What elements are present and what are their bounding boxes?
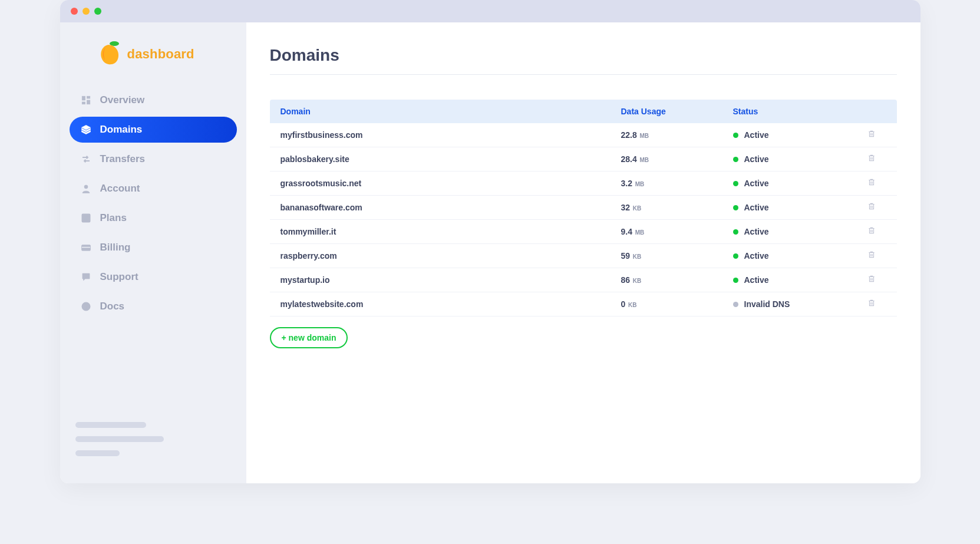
svg-point-13 bbox=[85, 308, 86, 309]
status-text: Active bbox=[744, 130, 769, 140]
edit-icon bbox=[80, 212, 92, 224]
trash-icon[interactable] bbox=[867, 298, 876, 310]
delete-cell bbox=[857, 153, 886, 165]
table-row[interactable]: pablosbakery.site28.4 MBActive bbox=[270, 147, 897, 172]
sidebar-item-account[interactable]: Account bbox=[70, 176, 237, 202]
status-dot-icon bbox=[733, 133, 738, 138]
table-row[interactable]: myfirstbusiness.com22.8 MBActive bbox=[270, 123, 897, 147]
delete-cell bbox=[857, 129, 886, 141]
user-icon bbox=[80, 183, 92, 194]
data-usage: 22.8 MB bbox=[621, 130, 733, 140]
trash-icon[interactable] bbox=[867, 177, 876, 189]
trash-icon[interactable] bbox=[867, 250, 876, 262]
main-content: Domains Domain Data Usage Status myfirst… bbox=[246, 22, 920, 483]
sidebar-item-transfers[interactable]: Transfers bbox=[70, 146, 237, 172]
data-usage: 9.4 MB bbox=[621, 227, 733, 236]
divider bbox=[270, 74, 897, 75]
column-header-status: Status bbox=[733, 107, 857, 116]
trash-icon[interactable] bbox=[867, 226, 876, 238]
page-title: Domains bbox=[270, 46, 897, 65]
status-dot-icon bbox=[733, 229, 738, 235]
status-dot-icon bbox=[733, 253, 738, 259]
sidebar-item-label: Overview bbox=[100, 94, 145, 106]
sidebar-nav: Overview Domains Transfers bbox=[70, 87, 237, 323]
sidebar-item-support[interactable]: Support bbox=[70, 264, 237, 290]
table-row[interactable]: mystartup.io86 KBActive bbox=[270, 268, 897, 292]
usage-unit: KB bbox=[631, 278, 641, 284]
help-icon bbox=[80, 301, 92, 312]
table-row[interactable]: bananasoftware.com32 KBActive bbox=[270, 196, 897, 220]
data-usage: 59 KB bbox=[621, 251, 733, 261]
table-row[interactable]: mylatestwebsite.com0 KBInvalid DNS bbox=[270, 292, 897, 316]
usage-value: 86 bbox=[621, 275, 631, 285]
table-body: myfirstbusiness.com22.8 MBActivepablosba… bbox=[270, 123, 897, 316]
domain-name: mylatestwebsite.com bbox=[281, 299, 621, 309]
window-maximize-icon[interactable] bbox=[94, 8, 101, 15]
window-close-icon[interactable] bbox=[71, 8, 78, 15]
sidebar-item-domains[interactable]: Domains bbox=[70, 117, 237, 143]
sidebar-item-plans[interactable]: Plans bbox=[70, 205, 237, 231]
status-cell: Active bbox=[733, 227, 857, 236]
data-usage: 32 KB bbox=[621, 203, 733, 212]
data-usage: 3.2 MB bbox=[621, 179, 733, 188]
delete-cell bbox=[857, 250, 886, 262]
status-text: Active bbox=[744, 275, 769, 285]
usage-unit: KB bbox=[626, 302, 636, 308]
delete-cell bbox=[857, 226, 886, 238]
brand: dashboard bbox=[70, 38, 237, 87]
status-dot-icon bbox=[733, 157, 738, 162]
svg-rect-4 bbox=[82, 102, 85, 104]
chat-icon bbox=[80, 271, 92, 283]
status-cell: Invalid DNS bbox=[733, 299, 857, 309]
usage-unit: MB bbox=[633, 229, 644, 236]
domain-name: grassrootsmusic.net bbox=[281, 179, 621, 188]
usage-unit: MB bbox=[638, 133, 649, 139]
placeholder-line bbox=[75, 436, 164, 442]
data-usage: 86 KB bbox=[621, 275, 733, 285]
usage-value: 59 bbox=[621, 251, 631, 261]
trash-icon[interactable] bbox=[867, 274, 876, 286]
status-text: Active bbox=[744, 203, 769, 212]
brand-name: dashboard bbox=[127, 47, 194, 62]
window-minimize-icon[interactable] bbox=[83, 8, 90, 15]
sidebar-item-docs[interactable]: Docs bbox=[70, 294, 237, 319]
svg-point-8 bbox=[84, 185, 88, 189]
new-domain-button[interactable]: + new domain bbox=[270, 327, 348, 348]
svg-rect-11 bbox=[81, 247, 90, 248]
mango-logo-icon bbox=[98, 40, 121, 68]
trash-icon[interactable] bbox=[867, 153, 876, 165]
svg-rect-2 bbox=[87, 96, 90, 98]
usage-value: 0 bbox=[621, 299, 626, 309]
sidebar-item-overview[interactable]: Overview bbox=[70, 87, 237, 113]
sidebar-item-billing[interactable]: Billing bbox=[70, 235, 237, 261]
domain-name: pablosbakery.site bbox=[281, 154, 621, 164]
table-row[interactable]: tommymiller.it9.4 MBActive bbox=[270, 220, 897, 244]
usage-value: 9.4 bbox=[621, 227, 632, 236]
status-text: Active bbox=[744, 154, 769, 164]
sidebar-item-label: Plans bbox=[100, 212, 127, 224]
table-row[interactable]: raspberry.com59 KBActive bbox=[270, 244, 897, 268]
trash-icon[interactable] bbox=[867, 202, 876, 213]
placeholder-line bbox=[75, 450, 120, 456]
status-cell: Active bbox=[733, 275, 857, 285]
status-cell: Active bbox=[733, 251, 857, 261]
sidebar-item-label: Support bbox=[100, 271, 138, 283]
table-row[interactable]: grassrootsmusic.net3.2 MBActive bbox=[270, 172, 897, 196]
status-dot-icon bbox=[733, 181, 738, 186]
sidebar-item-label: Domains bbox=[100, 124, 143, 136]
status-text: Active bbox=[744, 251, 769, 261]
domain-name: myfirstbusiness.com bbox=[281, 130, 621, 140]
usage-value: 22.8 bbox=[621, 130, 637, 140]
sidebar-item-label: Docs bbox=[100, 301, 125, 312]
sidebar: dashboard Overview Domains bbox=[60, 22, 246, 483]
domain-name: bananasoftware.com bbox=[281, 203, 621, 212]
status-cell: Active bbox=[733, 203, 857, 212]
trash-icon[interactable] bbox=[867, 129, 876, 141]
delete-cell bbox=[857, 298, 886, 310]
usage-unit: KB bbox=[631, 205, 641, 212]
app-window: dashboard Overview Domains bbox=[60, 0, 920, 483]
domains-table: Domain Data Usage Status myfirstbusiness… bbox=[270, 100, 897, 316]
data-usage: 28.4 MB bbox=[621, 154, 733, 164]
usage-value: 32 bbox=[621, 203, 631, 212]
credit-card-icon bbox=[80, 242, 92, 253]
